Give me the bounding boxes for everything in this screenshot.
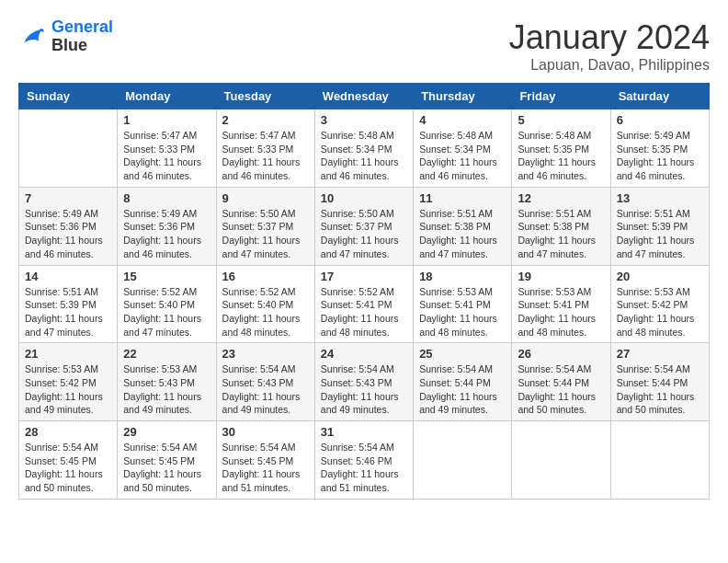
- logo-text: General Blue: [51, 18, 113, 55]
- calendar-week-1: 1Sunrise: 5:47 AM Sunset: 5:33 PM Daylig…: [19, 109, 710, 188]
- day-info: Sunrise: 5:54 AM Sunset: 5:44 PM Dayligh…: [518, 362, 604, 417]
- calendar-table: SundayMondayTuesdayWednesdayThursdayFrid…: [18, 83, 710, 500]
- day-number: 26: [518, 347, 604, 361]
- day-number: 22: [123, 347, 210, 361]
- calendar-cell: 24Sunrise: 5:54 AM Sunset: 5:43 PM Dayli…: [314, 343, 413, 421]
- day-info: Sunrise: 5:54 AM Sunset: 5:46 PM Dayligh…: [321, 441, 407, 495]
- day-info: Sunrise: 5:50 AM Sunset: 5:37 PM Dayligh…: [321, 207, 407, 261]
- day-info: Sunrise: 5:53 AM Sunset: 5:42 PM Dayligh…: [25, 362, 111, 417]
- day-info: Sunrise: 5:53 AM Sunset: 5:43 PM Dayligh…: [123, 362, 210, 417]
- day-number: 6: [617, 113, 703, 127]
- day-info: Sunrise: 5:49 AM Sunset: 5:35 PM Dayligh…: [617, 129, 703, 183]
- day-info: Sunrise: 5:48 AM Sunset: 5:35 PM Dayligh…: [518, 129, 604, 183]
- calendar-cell: 9Sunrise: 5:50 AM Sunset: 5:37 PM Daylig…: [216, 187, 314, 265]
- day-info: Sunrise: 5:51 AM Sunset: 5:39 PM Dayligh…: [617, 207, 703, 261]
- calendar-cell: 20Sunrise: 5:53 AM Sunset: 5:42 PM Dayli…: [610, 265, 709, 343]
- day-number: 4: [419, 113, 506, 127]
- calendar-week-5: 28Sunrise: 5:54 AM Sunset: 5:45 PM Dayli…: [19, 421, 710, 500]
- calendar-cell: 16Sunrise: 5:52 AM Sunset: 5:40 PM Dayli…: [216, 265, 314, 343]
- day-number: 15: [123, 270, 210, 283]
- day-info: Sunrise: 5:47 AM Sunset: 5:33 PM Dayligh…: [123, 129, 210, 183]
- calendar-cell: 5Sunrise: 5:48 AM Sunset: 5:35 PM Daylig…: [512, 109, 610, 188]
- day-number: 23: [222, 347, 309, 361]
- calendar-cell: 10Sunrise: 5:50 AM Sunset: 5:37 PM Dayli…: [314, 187, 413, 265]
- calendar-cell: 1Sunrise: 5:47 AM Sunset: 5:33 PM Daylig…: [118, 109, 216, 188]
- weekday-header-tuesday: Tuesday: [216, 84, 314, 109]
- logo-line1: General: [51, 17, 113, 36]
- calendar-cell: 17Sunrise: 5:52 AM Sunset: 5:41 PM Dayli…: [314, 265, 413, 343]
- day-info: Sunrise: 5:53 AM Sunset: 5:41 PM Dayligh…: [419, 285, 506, 339]
- day-info: Sunrise: 5:53 AM Sunset: 5:41 PM Dayligh…: [518, 285, 604, 339]
- day-info: Sunrise: 5:52 AM Sunset: 5:40 PM Dayligh…: [222, 285, 309, 339]
- weekday-header-thursday: Thursday: [414, 84, 512, 109]
- calendar-cell: 12Sunrise: 5:51 AM Sunset: 5:38 PM Dayli…: [512, 187, 610, 265]
- day-number: 2: [222, 113, 309, 127]
- calendar-week-3: 14Sunrise: 5:51 AM Sunset: 5:39 PM Dayli…: [19, 265, 710, 343]
- day-info: Sunrise: 5:52 AM Sunset: 5:41 PM Dayligh…: [321, 285, 407, 339]
- calendar-cell: 23Sunrise: 5:54 AM Sunset: 5:43 PM Dayli…: [216, 343, 314, 421]
- calendar-cell: 3Sunrise: 5:48 AM Sunset: 5:34 PM Daylig…: [314, 109, 413, 188]
- day-info: Sunrise: 5:49 AM Sunset: 5:36 PM Dayligh…: [25, 207, 111, 261]
- day-info: Sunrise: 5:54 AM Sunset: 5:44 PM Dayligh…: [617, 362, 703, 417]
- calendar-cell: [19, 109, 118, 188]
- calendar-cell: 8Sunrise: 5:49 AM Sunset: 5:36 PM Daylig…: [118, 187, 216, 265]
- calendar-cell: 4Sunrise: 5:48 AM Sunset: 5:34 PM Daylig…: [414, 109, 512, 188]
- day-number: 19: [518, 270, 604, 283]
- logo-icon: [18, 22, 48, 52]
- calendar-cell: 15Sunrise: 5:52 AM Sunset: 5:40 PM Dayli…: [118, 265, 216, 343]
- calendar-cell: 22Sunrise: 5:53 AM Sunset: 5:43 PM Dayli…: [118, 343, 216, 421]
- day-info: Sunrise: 5:53 AM Sunset: 5:42 PM Dayligh…: [617, 285, 703, 339]
- day-number: 18: [419, 270, 506, 283]
- weekday-header-saturday: Saturday: [610, 84, 709, 109]
- calendar-cell: [512, 421, 610, 500]
- day-number: 25: [419, 347, 506, 361]
- day-info: Sunrise: 5:52 AM Sunset: 5:40 PM Dayligh…: [123, 285, 210, 339]
- day-number: 1: [123, 113, 210, 127]
- day-info: Sunrise: 5:54 AM Sunset: 5:43 PM Dayligh…: [321, 362, 407, 417]
- day-number: 21: [25, 347, 111, 361]
- day-info: Sunrise: 5:50 AM Sunset: 5:37 PM Dayligh…: [222, 207, 309, 261]
- calendar-cell: 21Sunrise: 5:53 AM Sunset: 5:42 PM Dayli…: [19, 343, 118, 421]
- calendar-cell: 7Sunrise: 5:49 AM Sunset: 5:36 PM Daylig…: [19, 187, 118, 265]
- page-header: General Blue January 2024 Lapuan, Davao,…: [18, 18, 710, 74]
- weekday-header-sunday: Sunday: [19, 84, 118, 109]
- day-info: Sunrise: 5:48 AM Sunset: 5:34 PM Dayligh…: [321, 129, 407, 183]
- calendar-cell: 2Sunrise: 5:47 AM Sunset: 5:33 PM Daylig…: [216, 109, 314, 188]
- calendar-cell: 6Sunrise: 5:49 AM Sunset: 5:35 PM Daylig…: [610, 109, 709, 188]
- day-number: 29: [123, 425, 210, 439]
- day-number: 30: [222, 425, 309, 439]
- day-number: 31: [321, 425, 407, 439]
- calendar-week-4: 21Sunrise: 5:53 AM Sunset: 5:42 PM Dayli…: [19, 343, 710, 421]
- day-number: 28: [25, 425, 111, 439]
- month-title: January 2024: [509, 18, 710, 57]
- calendar-cell: 26Sunrise: 5:54 AM Sunset: 5:44 PM Dayli…: [512, 343, 610, 421]
- day-info: Sunrise: 5:47 AM Sunset: 5:33 PM Dayligh…: [222, 129, 309, 183]
- day-number: 13: [617, 191, 703, 205]
- calendar-cell: 13Sunrise: 5:51 AM Sunset: 5:39 PM Dayli…: [610, 187, 709, 265]
- day-number: 11: [419, 191, 506, 205]
- day-info: Sunrise: 5:54 AM Sunset: 5:43 PM Dayligh…: [222, 362, 309, 417]
- calendar-cell: 29Sunrise: 5:54 AM Sunset: 5:45 PM Dayli…: [118, 421, 216, 500]
- day-info: Sunrise: 5:48 AM Sunset: 5:34 PM Dayligh…: [419, 129, 506, 183]
- day-number: 16: [222, 270, 309, 283]
- day-number: 8: [123, 191, 210, 205]
- calendar-cell: 28Sunrise: 5:54 AM Sunset: 5:45 PM Dayli…: [19, 421, 118, 500]
- day-number: 27: [617, 347, 703, 361]
- calendar-cell: [414, 421, 512, 500]
- day-info: Sunrise: 5:54 AM Sunset: 5:45 PM Dayligh…: [25, 441, 111, 495]
- day-info: Sunrise: 5:54 AM Sunset: 5:45 PM Dayligh…: [123, 441, 210, 495]
- location: Lapuan, Davao, Philippines: [509, 57, 710, 74]
- day-info: Sunrise: 5:51 AM Sunset: 5:38 PM Dayligh…: [419, 207, 506, 261]
- day-number: 3: [321, 113, 407, 127]
- day-number: 17: [321, 270, 407, 283]
- day-number: 12: [518, 191, 604, 205]
- calendar-cell: [610, 421, 709, 500]
- logo: General Blue: [18, 18, 113, 55]
- day-info: Sunrise: 5:49 AM Sunset: 5:36 PM Dayligh…: [123, 207, 210, 261]
- day-number: 7: [25, 191, 111, 205]
- calendar-cell: 14Sunrise: 5:51 AM Sunset: 5:39 PM Dayli…: [19, 265, 118, 343]
- calendar-cell: 27Sunrise: 5:54 AM Sunset: 5:44 PM Dayli…: [610, 343, 709, 421]
- calendar-week-2: 7Sunrise: 5:49 AM Sunset: 5:36 PM Daylig…: [19, 187, 710, 265]
- title-section: January 2024 Lapuan, Davao, Philippines: [509, 18, 710, 74]
- day-number: 14: [25, 270, 111, 283]
